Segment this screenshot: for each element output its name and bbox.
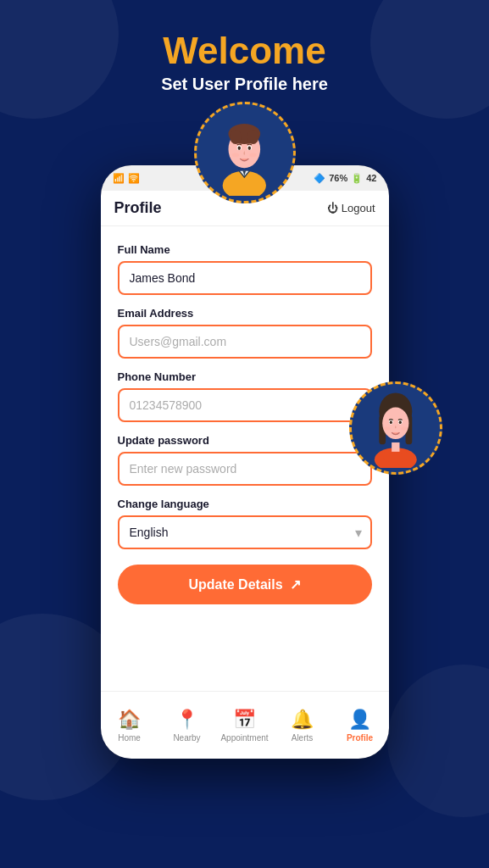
svg-point-23 (399, 420, 402, 424)
time-display: 42 (366, 173, 376, 183)
phone-number-input[interactable] (118, 388, 372, 422)
email-input[interactable] (118, 325, 372, 359)
status-right: 🔷 76% 🔋 42 (314, 173, 376, 184)
bg-decoration-bottom-right (387, 665, 489, 817)
bluetooth-icon: 🔷 (314, 173, 325, 184)
svg-point-24 (384, 426, 391, 431)
avatar-right-female (349, 381, 442, 475)
svg-point-12 (232, 153, 240, 157)
nav-item-profile[interactable]: 👤Profile (331, 709, 389, 743)
password-label: Update password (118, 434, 372, 447)
nav-label-alerts: Alerts (292, 733, 314, 743)
full-name-input[interactable] (118, 261, 372, 295)
logout-button[interactable]: ⏻ Logout (327, 202, 375, 214)
nav-item-nearby[interactable]: 📍Nearby (158, 709, 216, 743)
phone-frame: 📶 🛜 🔷 76% 🔋 42 Profile ⏻ Logout Full Nam… (101, 165, 389, 759)
svg-rect-15 (392, 442, 399, 452)
language-select-wrapper: EnglishSpanishFrenchArabic ▾ (118, 515, 372, 549)
svg-point-13 (249, 153, 257, 157)
password-input[interactable] (118, 452, 372, 486)
bottom-nav: 🏠Home📍Nearby📅Appointment🔔Alerts👤Profile (101, 691, 389, 759)
svg-point-25 (401, 426, 408, 431)
phone-screen-title: Profile (114, 199, 162, 217)
power-icon: ⏻ (327, 202, 338, 214)
svg-point-11 (248, 146, 251, 149)
nav-icon-home: 🏠 (118, 709, 141, 731)
signal-icon: 📶 (113, 173, 125, 184)
phone-content-area: Full Name Email Address Phone Number Upd… (101, 226, 389, 701)
logout-label: Logout (342, 202, 375, 214)
wifi-icon: 🛜 (128, 173, 140, 184)
language-label: Change language (118, 498, 372, 510)
share-icon: ↗ (290, 576, 301, 593)
svg-point-6 (230, 130, 242, 144)
nav-label-nearby: Nearby (173, 733, 200, 743)
avatar-top-male (194, 102, 296, 203)
svg-point-10 (238, 146, 241, 149)
email-label: Email Address (118, 307, 372, 320)
nav-icon-nearby: 📍 (175, 709, 198, 731)
nav-icon-appointment: 📅 (233, 709, 256, 731)
full-name-label: Full Name (118, 243, 372, 256)
language-select[interactable]: EnglishSpanishFrenchArabic (118, 515, 372, 549)
nav-icon-profile: 👤 (348, 709, 371, 731)
update-details-button[interactable]: Update Details ↗ (118, 565, 372, 604)
svg-point-7 (247, 130, 259, 144)
page-header: Welcome Set User Profile here (0, 0, 489, 94)
nav-label-home: Home (118, 733, 141, 743)
nav-label-profile: Profile (347, 733, 373, 743)
svg-point-22 (390, 420, 392, 424)
nav-item-alerts[interactable]: 🔔Alerts (274, 709, 331, 743)
page-subtitle: Set User Profile here (0, 75, 489, 94)
nav-item-appointment[interactable]: 📅Appointment (216, 709, 274, 743)
update-btn-label: Update Details (188, 577, 282, 593)
nav-item-home[interactable]: 🏠Home (101, 709, 158, 743)
battery-level: 76% (329, 173, 347, 183)
nav-label-appointment: Appointment (220, 733, 268, 743)
nav-icon-alerts: 🔔 (291, 709, 314, 731)
page-title: Welcome (0, 31, 489, 71)
status-left: 📶 🛜 (113, 173, 140, 184)
battery-icon: 🔋 (351, 173, 363, 184)
phone-number-label: Phone Number (118, 370, 372, 383)
